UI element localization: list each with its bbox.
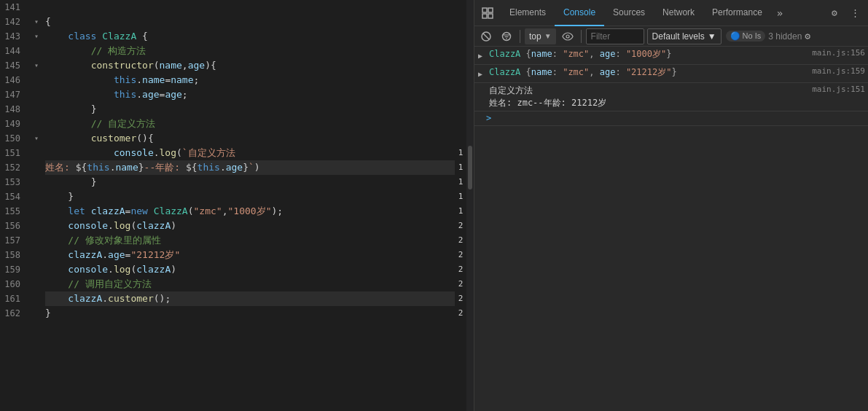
line-number: 144 bbox=[0, 44, 25, 58]
code-line: this.name=name; bbox=[45, 73, 455, 87]
line-number: 152 bbox=[0, 160, 25, 175]
collapse-indicators[interactable]: ▾▾▾▾ bbox=[31, 0, 42, 411]
code-line: console.log(`自定义方法 bbox=[45, 146, 455, 160]
token-plain bbox=[45, 146, 114, 160]
console-file-link[interactable]: main.js:151 bbox=[812, 85, 865, 94]
line-count bbox=[455, 131, 466, 146]
token-punctuation: . bbox=[102, 291, 108, 306]
collapse-indicator[interactable]: ▾ bbox=[31, 131, 42, 146]
token-punctuation: ( bbox=[130, 262, 136, 277]
filter-toggle-button[interactable] bbox=[498, 28, 515, 45]
code-line: } bbox=[45, 306, 455, 321]
token-punctuation: = bbox=[125, 248, 131, 262]
eye-button[interactable] bbox=[559, 28, 576, 45]
collapse-indicator bbox=[31, 233, 42, 248]
console-entry[interactable]: ▶ClazzA {name: "zmc", age: "1000岁"}main.… bbox=[474, 47, 868, 65]
context-selector[interactable]: top ▼ bbox=[525, 28, 556, 44]
console-prompt[interactable]: > bbox=[474, 111, 868, 126]
collapse-indicator bbox=[31, 146, 42, 160]
devtools-more-button[interactable]: ⋮ bbox=[845, 3, 865, 23]
line-number: 141 bbox=[0, 0, 25, 15]
line-number: 156 bbox=[0, 219, 25, 233]
line-number: 154 bbox=[0, 189, 25, 204]
tab-more[interactable]: » bbox=[771, 7, 789, 19]
expand-arrow[interactable]: ▶ bbox=[474, 48, 486, 63]
token-template: 姓名: bbox=[45, 160, 76, 175]
token-plain bbox=[45, 233, 68, 248]
token-plain bbox=[96, 29, 102, 44]
line-count bbox=[455, 73, 466, 87]
tab-sources[interactable]: Sources bbox=[604, 0, 654, 26]
code-lines: { class ClazzA { // 构造方法 constructor(nam… bbox=[42, 0, 455, 411]
token-plain bbox=[85, 204, 91, 219]
token-this: this bbox=[114, 73, 136, 87]
levels-caret: ▼ bbox=[708, 31, 716, 42]
token-punctuation: . bbox=[154, 146, 160, 160]
line-number: 150 bbox=[0, 131, 25, 146]
collapse-indicator bbox=[31, 73, 42, 87]
line-count bbox=[455, 102, 466, 117]
line-count bbox=[455, 0, 466, 15]
line-count bbox=[455, 44, 466, 58]
line-number: 161 bbox=[0, 291, 25, 306]
token-punctuation: , bbox=[222, 204, 228, 219]
token-punctuation: , bbox=[182, 58, 188, 73]
levels-selector[interactable]: Default levels ▼ bbox=[647, 28, 722, 44]
collapse-indicator[interactable]: ▾ bbox=[31, 15, 42, 29]
tab-performance[interactable]: Performance bbox=[703, 0, 771, 26]
token-variable: clazzA bbox=[136, 262, 171, 277]
token-punctuation: ) bbox=[254, 160, 260, 175]
token-punctuation: } bbox=[68, 189, 74, 204]
devtools-settings-button[interactable]: ⚙ bbox=[824, 3, 845, 23]
collapse-indicator bbox=[31, 204, 42, 219]
token-this: this bbox=[114, 87, 136, 102]
token-plain bbox=[45, 277, 68, 291]
devtools-inspect-icon[interactable] bbox=[477, 3, 498, 23]
obj-preview: {name: "zmc", age: "1000岁"} bbox=[526, 49, 672, 59]
token-property: name bbox=[115, 160, 138, 175]
token-comment: // 调用自定义方法 bbox=[68, 277, 151, 291]
line-number: 142 bbox=[0, 15, 25, 29]
expand-arrow[interactable]: ▶ bbox=[474, 66, 486, 81]
token-plain bbox=[45, 29, 68, 44]
code-line: 姓名: ${this.name}--年龄: ${this.age}`) bbox=[45, 160, 455, 175]
console-entry[interactable]: 自定义方法姓名: zmc--年龄: 21212岁main.js:151 bbox=[474, 83, 868, 111]
console-file-link[interactable]: main.js:159 bbox=[812, 66, 865, 76]
token-variable: console bbox=[68, 262, 108, 277]
console-file-link[interactable]: main.js:156 bbox=[812, 48, 865, 58]
collapse-indicator[interactable]: ▾ bbox=[31, 58, 42, 73]
prompt-symbol: > bbox=[486, 113, 491, 123]
console-settings-button[interactable]: ⚙ bbox=[805, 31, 810, 42]
collapse-indicator[interactable]: ▾ bbox=[31, 29, 42, 44]
line-count bbox=[455, 29, 466, 44]
line-count bbox=[455, 117, 466, 131]
token-punctuation: . bbox=[220, 160, 226, 175]
line-number: 145 bbox=[0, 58, 25, 73]
console-output[interactable]: ▶ClazzA {name: "zmc", age: "1000岁"}main.… bbox=[474, 47, 868, 411]
token-variable: console bbox=[114, 146, 154, 160]
tab-network[interactable]: Network bbox=[654, 0, 703, 26]
token-plain bbox=[45, 44, 91, 58]
filter-input[interactable] bbox=[586, 28, 644, 44]
token-punctuation: ( bbox=[176, 146, 182, 160]
clear-console-button[interactable] bbox=[477, 28, 495, 45]
collapse-indicator bbox=[31, 306, 42, 321]
code-line: } bbox=[45, 189, 455, 204]
token-variable: age bbox=[165, 87, 181, 102]
editor-scrollbar[interactable] bbox=[466, 0, 474, 411]
token-keyword: new bbox=[130, 204, 147, 219]
tab-console[interactable]: Console bbox=[555, 0, 604, 26]
line-count: 1 bbox=[455, 204, 466, 219]
tab-elements[interactable]: Elements bbox=[501, 0, 555, 26]
line-number: 146 bbox=[0, 73, 25, 87]
line-number: 159 bbox=[0, 262, 25, 277]
line-count: 1 bbox=[455, 175, 466, 189]
code-line: // 调用自定义方法 bbox=[45, 277, 455, 291]
token-punctuation: } bbox=[138, 160, 144, 175]
token-punctuation: ) bbox=[205, 58, 211, 73]
console-entry[interactable]: ▶ClazzA {name: "zmc", age: "21212岁"}main… bbox=[474, 65, 868, 83]
token-punctuation: } bbox=[45, 306, 51, 321]
collapse-indicator bbox=[31, 160, 42, 175]
collapse-indicator bbox=[31, 219, 42, 233]
token-punctuation: ; bbox=[182, 87, 188, 102]
